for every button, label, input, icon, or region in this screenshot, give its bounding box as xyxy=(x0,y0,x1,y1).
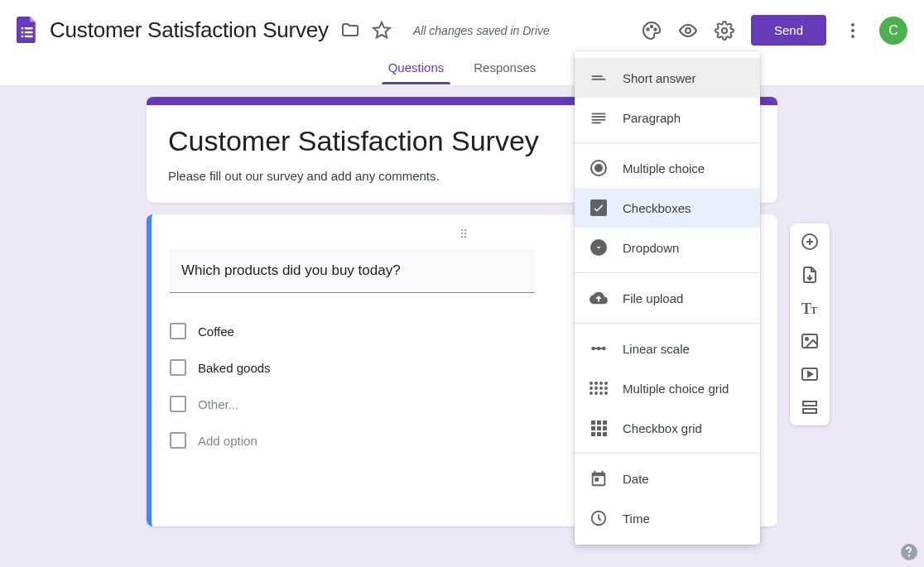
cloud-upload-icon xyxy=(590,289,608,307)
checkbox-icon xyxy=(170,396,186,412)
save-status: All changes saved in Drive xyxy=(413,24,550,37)
menu-item-time[interactable]: Time xyxy=(575,498,760,538)
app-header: Customer Satisfaction Survey All changes… xyxy=(0,0,924,54)
menu-item-checkbox-grid[interactable]: Checkbox grid xyxy=(575,408,760,448)
menu-divider xyxy=(575,323,760,324)
checkbox-icon xyxy=(590,199,608,217)
svg-point-30 xyxy=(806,338,808,340)
svg-rect-3 xyxy=(25,31,33,32)
more-icon[interactable] xyxy=(843,21,863,41)
menu-item-label: Checkbox grid xyxy=(623,421,702,435)
svg-point-6 xyxy=(647,28,648,30)
svg-text:T: T xyxy=(811,305,817,316)
checkbox-icon xyxy=(170,432,186,449)
grid-squares-icon xyxy=(590,419,608,437)
menu-item-paragraph[interactable]: Paragraph xyxy=(575,98,760,137)
calendar-icon xyxy=(590,469,608,488)
svg-point-13 xyxy=(851,35,854,38)
add-section-icon[interactable] xyxy=(800,397,820,417)
add-question-icon[interactable] xyxy=(800,232,820,252)
import-questions-icon[interactable] xyxy=(800,265,820,285)
grid-dots-icon xyxy=(590,379,608,397)
form-name[interactable]: Customer Satisfaction Survey xyxy=(50,17,329,43)
clock-icon xyxy=(590,509,608,527)
menu-item-label: Dropdown xyxy=(623,241,679,255)
menu-divider xyxy=(575,142,760,143)
menu-divider xyxy=(575,272,760,273)
send-button[interactable]: Send xyxy=(751,15,826,46)
gear-icon[interactable] xyxy=(715,21,734,41)
menu-item-label: Linear scale xyxy=(623,342,690,356)
side-toolbar: TT xyxy=(790,223,830,425)
svg-rect-5 xyxy=(25,35,33,36)
tabs: Questions Responses xyxy=(0,54,924,85)
menu-item-label: Paragraph xyxy=(623,111,681,125)
menu-item-short-answer[interactable]: Short answer xyxy=(575,58,760,98)
menu-item-label: Multiple choice xyxy=(623,161,705,175)
svg-rect-32 xyxy=(803,401,816,406)
svg-rect-33 xyxy=(803,409,816,413)
svg-point-8 xyxy=(654,28,656,30)
menu-item-label: Time xyxy=(623,512,650,526)
form-canvas: Customer Satisfaction Survey Please fill… xyxy=(0,85,924,567)
header-actions: Send C xyxy=(642,15,907,46)
svg-point-10 xyxy=(722,28,727,33)
dropdown-icon xyxy=(590,238,608,257)
menu-item-dropdown[interactable]: Dropdown xyxy=(575,228,760,267)
star-icon[interactable] xyxy=(372,21,392,41)
svg-point-11 xyxy=(851,23,854,26)
menu-item-label: Checkboxes xyxy=(623,201,691,215)
help-icon[interactable] xyxy=(899,542,919,562)
menu-item-linear-scale[interactable]: Linear scale xyxy=(575,329,760,368)
svg-point-9 xyxy=(686,28,691,33)
short-text-icon xyxy=(590,69,608,87)
menu-item-multiple-choice[interactable]: Multiple choice xyxy=(575,148,760,188)
tab-responses[interactable]: Responses xyxy=(470,54,539,84)
svg-rect-19 xyxy=(592,119,606,121)
svg-rect-18 xyxy=(592,116,606,118)
svg-rect-15 xyxy=(592,75,603,77)
checkbox-icon xyxy=(170,323,186,339)
svg-rect-1 xyxy=(25,27,33,29)
svg-rect-4 xyxy=(22,35,23,36)
menu-item-checkboxes[interactable]: Checkboxes xyxy=(575,188,760,228)
paragraph-icon xyxy=(590,108,608,127)
folder-icon[interactable] xyxy=(340,21,360,41)
preview-icon[interactable] xyxy=(678,21,698,41)
menu-item-label: Date xyxy=(623,472,649,486)
avatar[interactable]: C xyxy=(879,17,907,45)
menu-item-file-upload[interactable]: File upload xyxy=(575,278,760,318)
svg-point-12 xyxy=(851,29,854,32)
tab-questions[interactable]: Questions xyxy=(385,54,448,84)
option-label[interactable]: Coffee xyxy=(198,324,234,339)
add-video-icon[interactable] xyxy=(800,364,820,384)
add-title-icon[interactable]: TT xyxy=(800,298,820,318)
question-text-input[interactable] xyxy=(170,249,535,293)
menu-item-date[interactable]: Date xyxy=(575,459,760,498)
svg-rect-0 xyxy=(22,27,23,29)
checkbox-icon xyxy=(170,359,186,376)
palette-icon[interactable] xyxy=(642,21,662,41)
svg-rect-24 xyxy=(594,348,604,349)
svg-rect-16 xyxy=(592,79,606,80)
menu-item-label: Short answer xyxy=(623,71,695,85)
option-label[interactable]: Baked goods xyxy=(198,361,271,375)
svg-rect-2 xyxy=(22,31,23,32)
svg-point-7 xyxy=(651,25,652,26)
menu-item-mc-grid[interactable]: Multiple choice grid xyxy=(575,368,760,408)
question-type-menu: Short answer Paragraph Multiple choice C… xyxy=(575,51,760,545)
menu-divider xyxy=(575,453,760,454)
menu-item-label: File upload xyxy=(623,291,683,305)
add-image-icon[interactable] xyxy=(800,331,820,351)
forms-logo-icon xyxy=(17,17,38,45)
svg-rect-20 xyxy=(592,123,601,124)
radio-icon xyxy=(590,159,608,177)
linear-scale-icon xyxy=(590,339,608,358)
option-other-label[interactable]: Other... xyxy=(198,397,238,411)
svg-rect-17 xyxy=(592,113,606,115)
add-option-label[interactable]: Add option xyxy=(198,434,257,448)
menu-item-label: Multiple choice grid xyxy=(623,382,729,396)
